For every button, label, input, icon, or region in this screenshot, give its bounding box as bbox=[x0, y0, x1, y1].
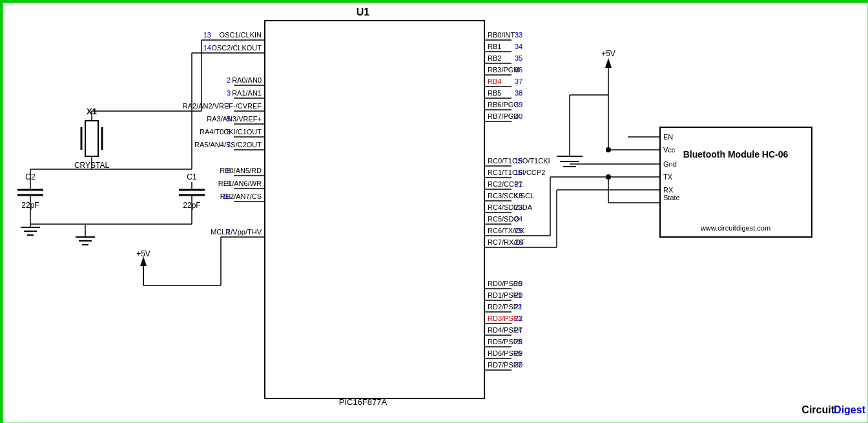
svg-text:40: 40 bbox=[515, 112, 522, 120]
svg-rect-110 bbox=[85, 121, 98, 156]
watermark: www.circuitdigest.com bbox=[700, 224, 770, 232]
svg-text:23: 23 bbox=[515, 203, 522, 211]
svg-text:5: 5 bbox=[227, 115, 231, 123]
svg-text:MCLR/Vpp/THV: MCLR/Vpp/THV bbox=[211, 228, 262, 236]
vcc-label-right: +5V bbox=[601, 49, 615, 58]
svg-text:26: 26 bbox=[515, 238, 522, 246]
svg-text:OSC1/CLKIN: OSC1/CLKIN bbox=[220, 31, 262, 39]
svg-text:36: 36 bbox=[515, 66, 522, 74]
svg-text:35: 35 bbox=[515, 54, 522, 62]
svg-text:RB2: RB2 bbox=[488, 54, 501, 62]
svg-text:25: 25 bbox=[515, 227, 522, 234]
svg-text:19: 19 bbox=[515, 280, 522, 287]
svg-text:4: 4 bbox=[227, 102, 231, 110]
svg-text:20: 20 bbox=[515, 291, 522, 299]
state-pin: State bbox=[663, 194, 680, 201]
svg-text:39: 39 bbox=[515, 101, 522, 108]
svg-text:RB5: RB5 bbox=[488, 89, 501, 97]
svg-text:8: 8 bbox=[227, 167, 231, 174]
svg-text:OSC2/CLKOUT: OSC2/CLKOUT bbox=[211, 44, 262, 52]
svg-text:15: 15 bbox=[515, 157, 522, 165]
svg-text:RB1: RB1 bbox=[488, 43, 501, 50]
brand-accent: Digest bbox=[834, 404, 866, 415]
svg-text:RA3/AN3/VREF+: RA3/AN3/VREF+ bbox=[207, 115, 262, 123]
svg-text:RA0/AN0: RA0/AN0 bbox=[232, 76, 262, 84]
svg-text:33: 33 bbox=[515, 31, 522, 39]
svg-text:9: 9 bbox=[227, 180, 231, 187]
svg-text:29: 29 bbox=[515, 349, 522, 357]
svg-text:RB4: RB4 bbox=[488, 77, 501, 85]
svg-text:1: 1 bbox=[227, 228, 231, 236]
svg-rect-1 bbox=[265, 21, 484, 398]
svg-text:18: 18 bbox=[515, 192, 522, 200]
svg-text:16: 16 bbox=[515, 169, 522, 176]
svg-text:22: 22 bbox=[515, 315, 522, 322]
svg-text:3: 3 bbox=[227, 89, 231, 97]
ic-name: PIC16F877A bbox=[339, 397, 388, 407]
svg-text:RA1/AN1: RA1/AN1 bbox=[232, 89, 262, 97]
svg-text:RA4/T0CKI/C1OUT: RA4/T0CKI/C1OUT bbox=[200, 128, 262, 136]
svg-text:10: 10 bbox=[223, 192, 231, 200]
svg-text:37: 37 bbox=[515, 77, 522, 85]
circuit-diagram: U1 PIC16F877A OSC1/CLKIN 13 OSC2/CLKOUT … bbox=[0, 0, 868, 423]
svg-text:RC3/SCK/SCL: RC3/SCK/SCL bbox=[488, 192, 534, 200]
svg-text:RB0/INT: RB0/INT bbox=[488, 31, 515, 39]
svg-text:38: 38 bbox=[515, 89, 522, 97]
svg-text:RC4/SDI/SDA: RC4/SDI/SDA bbox=[488, 203, 533, 211]
svg-text:34: 34 bbox=[515, 43, 522, 50]
svg-text:28: 28 bbox=[515, 338, 522, 346]
bt-label: Bluetooth Module HC-06 bbox=[683, 149, 789, 160]
svg-text:6: 6 bbox=[227, 128, 231, 136]
brand: Circuit bbox=[801, 404, 834, 415]
svg-rect-148 bbox=[660, 127, 812, 237]
svg-text:17: 17 bbox=[515, 180, 522, 188]
svg-text:14: 14 bbox=[203, 44, 211, 52]
ic-label: U1 bbox=[356, 6, 370, 17]
svg-text:27: 27 bbox=[515, 326, 522, 334]
svg-text:7: 7 bbox=[227, 141, 231, 149]
svg-text:RX: RX bbox=[663, 186, 674, 194]
svg-text:RE1/AN6/WR: RE1/AN6/WR bbox=[218, 180, 262, 187]
c1-label: C1 bbox=[187, 172, 197, 181]
svg-text:TX: TX bbox=[663, 173, 673, 181]
svg-text:13: 13 bbox=[203, 31, 211, 39]
svg-text:RA2/AN2/VREF-/CVREF: RA2/AN2/VREF-/CVREF bbox=[183, 102, 262, 110]
svg-text:2: 2 bbox=[227, 76, 231, 84]
svg-text:30: 30 bbox=[515, 361, 522, 369]
svg-text:Gnd: Gnd bbox=[663, 160, 677, 168]
svg-text:EN: EN bbox=[663, 133, 673, 141]
svg-text:Vcc: Vcc bbox=[663, 146, 676, 154]
svg-text:24: 24 bbox=[515, 215, 522, 223]
svg-text:21: 21 bbox=[515, 303, 522, 311]
